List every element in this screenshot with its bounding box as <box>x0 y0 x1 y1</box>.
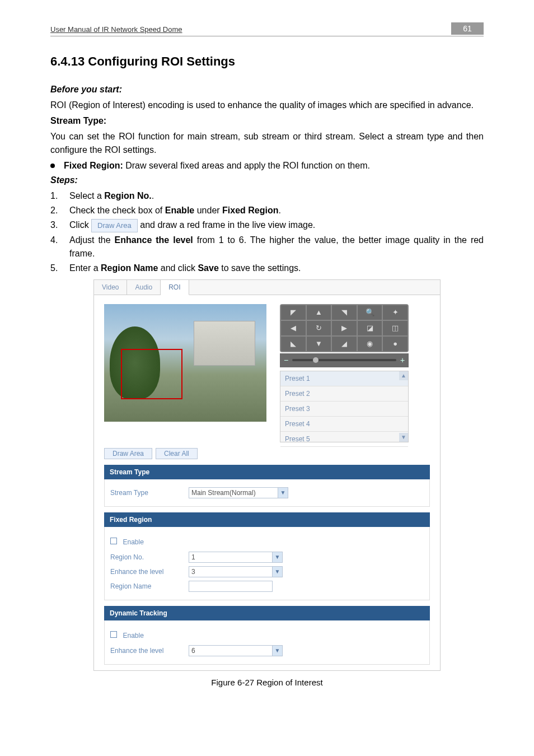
slider-plus-icon[interactable]: + <box>399 354 406 366</box>
iris-open-icon[interactable]: ◉ <box>358 337 382 351</box>
fixed-region-bullet: Fixed Region: Draw several fixed areas a… <box>64 159 370 172</box>
ptz-down-right-icon[interactable]: ◢ <box>332 337 357 351</box>
region-no-label: Region No. <box>110 552 189 562</box>
fixed-enable-label: Enable <box>123 538 143 546</box>
step-3-num: 3. <box>50 218 60 232</box>
draw-area-inline-button: Draw Area <box>91 219 138 232</box>
chevron-down-icon[interactable]: ▼ <box>273 645 283 656</box>
ptz-auto-icon[interactable]: ↻ <box>307 321 331 335</box>
ptz-left-icon[interactable]: ◀ <box>281 321 306 335</box>
tabs-bar: Video Audio ROI <box>94 280 440 295</box>
preset-list: ▲ Preset 1 Preset 2 Preset 3 Preset 4 Pr… <box>280 371 409 442</box>
slider-track[interactable] <box>292 359 396 361</box>
slider-thumb[interactable] <box>313 357 318 363</box>
step-4-num: 4. <box>50 234 60 260</box>
iris-close-icon[interactable]: ● <box>383 337 407 351</box>
preset-scroll-up-icon[interactable]: ▲ <box>399 371 408 380</box>
dynamic-enable-row[interactable]: Enable <box>110 628 144 642</box>
preset-item-3[interactable]: Preset 3 <box>280 402 408 417</box>
roi-red-frame[interactable] <box>121 349 182 399</box>
ptz-panel: ◤ ▲ ◥ 🔍 ✦ ◀ ↻ ▶ ◪ ◫ ◣ ▼ ◢ ◉ ● <box>280 304 409 442</box>
before-you-start-label: Before you start: <box>50 83 484 96</box>
draw-area-button[interactable]: Draw Area <box>104 448 152 459</box>
preset-item-2[interactable]: Preset 2 <box>280 386 408 402</box>
stream-type-text: You can set the ROI function for main st… <box>50 130 484 157</box>
page-number: 61 <box>451 22 484 35</box>
stream-type-field-label: Stream Type <box>110 488 189 498</box>
ptz-right-icon[interactable]: ▶ <box>332 321 357 335</box>
stream-type-label: Stream Type: <box>50 114 484 128</box>
chevron-down-icon[interactable]: ▼ <box>273 552 283 563</box>
ptz-down-left-icon[interactable]: ◣ <box>281 337 306 351</box>
step-2-num: 2. <box>50 204 60 217</box>
step-1-text: Select a Region No.. <box>69 189 154 203</box>
fixed-enable-checkbox[interactable] <box>110 538 117 544</box>
live-view-preview[interactable] <box>104 304 266 422</box>
dynamic-enhance-level-value: 6 <box>189 645 273 656</box>
page-header: User Manual of IR Network Speed Dome 61 <box>50 22 484 36</box>
region-no-value: 1 <box>189 552 273 563</box>
ptz-up-icon[interactable]: ▲ <box>307 305 331 320</box>
ptz-down-icon[interactable]: ▼ <box>307 337 331 351</box>
tab-roi[interactable]: ROI <box>161 280 189 295</box>
dynamic-tracking-section-header: Dynamic Tracking <box>104 606 430 620</box>
preset-scroll-down-icon[interactable]: ▼ <box>399 433 408 442</box>
step-4-text: Adjust the Enhance the level from 1 to 6… <box>69 234 484 260</box>
step-3-text: Click Draw Area and draw a red frame in … <box>69 218 315 232</box>
chevron-down-icon[interactable]: ▼ <box>273 566 283 577</box>
preset-item-4[interactable]: Preset 4 <box>280 417 408 432</box>
header-title: User Manual of IR Network Speed Dome <box>50 24 182 35</box>
step-5-text: Enter a Region Name and click Save to sa… <box>69 262 301 275</box>
chevron-down-icon[interactable]: ▼ <box>278 487 288 498</box>
steps-label: Steps: <box>50 174 484 187</box>
region-name-input[interactable] <box>189 581 273 592</box>
step-2-text: Check the check box of Enable under Fixe… <box>69 204 281 217</box>
stream-type-select[interactable]: Main Stream(Normal) ▼ <box>189 487 288 498</box>
preview-building-shape <box>194 321 255 366</box>
stream-type-value: Main Stream(Normal) <box>189 487 278 498</box>
slider-minus-icon[interactable]: − <box>282 354 290 366</box>
step-1-num: 1. <box>50 189 60 203</box>
ptz-up-right-icon[interactable]: ◥ <box>332 305 357 320</box>
region-no-select[interactable]: 1 ▼ <box>189 552 283 563</box>
preset-item-1[interactable]: Preset 1 <box>280 371 408 386</box>
dynamic-enable-checkbox[interactable] <box>110 631 117 638</box>
ptz-up-left-icon[interactable]: ◤ <box>281 305 306 320</box>
zoom-in-icon[interactable]: 🔍 <box>358 305 382 320</box>
bullet-icon <box>50 164 55 168</box>
enhance-level-label: Enhance the level <box>110 567 189 577</box>
preset-item-5[interactable]: Preset 5 <box>280 432 408 447</box>
tab-video[interactable]: Video <box>94 280 127 295</box>
section-heading: 6.4.13 Configuring ROI Settings <box>50 52 484 71</box>
step-5-num: 5. <box>50 262 60 275</box>
ptz-speed-slider[interactable]: − + <box>280 353 409 367</box>
wiper-icon[interactable]: ◫ <box>383 321 407 335</box>
dynamic-enhance-level-label: Enhance the level <box>110 646 189 656</box>
focus-near-icon[interactable]: ◪ <box>358 321 382 335</box>
before-you-start-text: ROI (Region of Interest) encoding is use… <box>50 99 484 112</box>
roi-settings-screenshot: Video Audio ROI ◤ ▲ ◥ 🔍 ✦ <box>93 279 441 671</box>
clear-all-button[interactable]: Clear All <box>156 448 198 459</box>
dynamic-enhance-level-select[interactable]: 6 ▼ <box>189 645 283 656</box>
stream-type-section-header: Stream Type <box>104 465 430 479</box>
region-name-label: Region Name <box>110 581 189 591</box>
light-icon[interactable]: ✦ <box>383 305 407 320</box>
enhance-level-value: 3 <box>189 566 273 577</box>
tab-audio[interactable]: Audio <box>127 280 161 295</box>
fixed-region-section-header: Fixed Region <box>104 512 430 527</box>
fixed-enable-row[interactable]: Enable <box>110 535 144 548</box>
figure-caption: Figure 6-27 Region of Interest <box>50 676 484 689</box>
enhance-level-select[interactable]: 3 ▼ <box>189 566 283 577</box>
dynamic-enable-label: Enable <box>123 632 143 640</box>
